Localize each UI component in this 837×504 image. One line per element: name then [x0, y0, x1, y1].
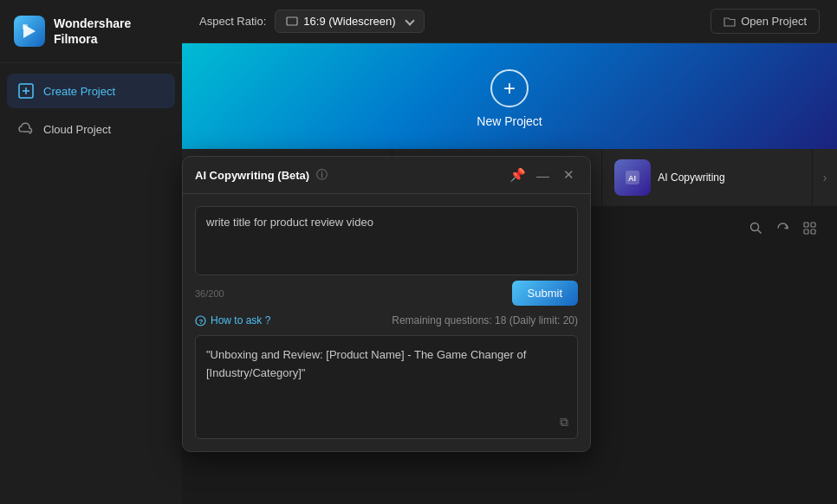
- app-name: Wondershare Filmora: [54, 16, 131, 47]
- widescreen-icon: [286, 16, 298, 26]
- svg-rect-17: [811, 223, 815, 227]
- ai-result-text: "Unboxing and Review: [Product Name] - T…: [206, 348, 526, 379]
- aspect-ratio-value: 16:9 (Widescreen): [303, 15, 395, 28]
- pin-icon[interactable]: 📌: [509, 167, 526, 183]
- app-logo: Wondershare Filmora: [0, 0, 182, 63]
- logo-icon: [14, 16, 45, 47]
- copy-icon[interactable]: ⧉: [560, 412, 568, 431]
- ai-popup-title: AI Copywriting (Beta): [195, 169, 309, 182]
- open-project-button[interactable]: Open Project: [710, 9, 820, 34]
- ai-result-area: "Unboxing and Review: [Product Name] - T…: [195, 335, 578, 439]
- svg-rect-5: [287, 17, 297, 25]
- new-project-button[interactable]: +: [490, 69, 529, 107]
- ai-copywriting-icon: AI: [614, 159, 651, 196]
- folder-icon: [723, 16, 736, 28]
- aspect-ratio-section: Aspect Ratio: 16:9 (Widescreen): [199, 10, 425, 33]
- refresh-icon: [776, 222, 789, 235]
- cards-arrow-right[interactable]: ›: [813, 149, 837, 206]
- aspect-ratio-button[interactable]: 16:9 (Widescreen): [275, 10, 424, 33]
- grid-icon: [803, 222, 816, 235]
- svg-rect-16: [804, 223, 808, 227]
- main-content: Aspect Ratio: 16:9 (Widescreen) Open Pro…: [182, 0, 837, 504]
- sidebar-item-cloud-project[interactable]: Cloud Project: [7, 112, 175, 146]
- char-count: 36/200: [195, 288, 224, 299]
- svg-text:?: ?: [199, 318, 204, 326]
- ai-textarea-footer: 36/200 Submit: [195, 281, 578, 306]
- feature-card-ai-copywriting[interactable]: AI AI Copywriting: [602, 149, 813, 206]
- svg-text:AI: AI: [628, 174, 636, 183]
- minimize-button[interactable]: —: [533, 166, 553, 184]
- ai-popup-controls: 📌 — ✕: [509, 165, 578, 184]
- sidebar-item-create-project[interactable]: Create Project: [7, 74, 175, 108]
- arrow-right-icon: ›: [823, 171, 827, 184]
- new-project-label: New Project: [477, 114, 542, 128]
- sidebar: Wondershare Filmora Create Project Cl: [0, 0, 182, 504]
- sidebar-item-label: Create Project: [43, 85, 115, 98]
- remaining-questions: Remaining questions: 18 (Daily limit: 20…: [392, 314, 578, 326]
- topbar: Aspect Ratio: 16:9 (Widescreen) Open Pro…: [182, 0, 837, 43]
- plus-icon: +: [503, 76, 516, 100]
- sidebar-item-label: Cloud Project: [43, 123, 111, 136]
- sidebar-nav: Create Project Cloud Project: [0, 63, 182, 157]
- svg-rect-1: [23, 24, 28, 29]
- grid-view-button[interactable]: [800, 218, 820, 241]
- search-icon: [749, 222, 762, 235]
- svg-rect-18: [804, 229, 808, 234]
- ai-prompt-textarea[interactable]: [195, 206, 578, 275]
- create-project-icon: [17, 82, 35, 100]
- aspect-ratio-label: Aspect Ratio:: [199, 15, 266, 28]
- search-button[interactable]: [746, 218, 766, 241]
- ai-copywriting-label: AI Copywriting: [658, 171, 724, 184]
- ai-popup-title-row: AI Copywriting (Beta) ⓘ: [195, 167, 328, 183]
- info-icon[interactable]: ⓘ: [316, 167, 328, 183]
- ai-popup-header: AI Copywriting (Beta) ⓘ 📌 — ✕: [183, 157, 590, 194]
- close-button[interactable]: ✕: [560, 165, 578, 184]
- chevron-down-icon: [405, 16, 414, 25]
- svg-rect-19: [811, 229, 815, 234]
- how-to-ask-link[interactable]: ? How to ask ?: [195, 314, 270, 326]
- ai-popup-body: 36/200 Submit ? How to ask ? Remaining q…: [183, 194, 590, 451]
- svg-line-15: [758, 230, 762, 234]
- ai-help-row: ? How to ask ? Remaining questions: 18 (…: [195, 314, 578, 326]
- recent-actions: [746, 218, 820, 241]
- open-project-label: Open Project: [741, 15, 807, 28]
- ai-copywriting-popup: AI Copywriting (Beta) ⓘ 📌 — ✕ 36/200 Sub…: [182, 156, 591, 452]
- hero-section: + New Project: [182, 43, 837, 149]
- svg-point-14: [751, 223, 759, 231]
- refresh-button[interactable]: [773, 218, 793, 241]
- cloud-icon: [17, 120, 35, 138]
- submit-button[interactable]: Submit: [512, 281, 578, 306]
- question-icon: ?: [195, 315, 206, 326]
